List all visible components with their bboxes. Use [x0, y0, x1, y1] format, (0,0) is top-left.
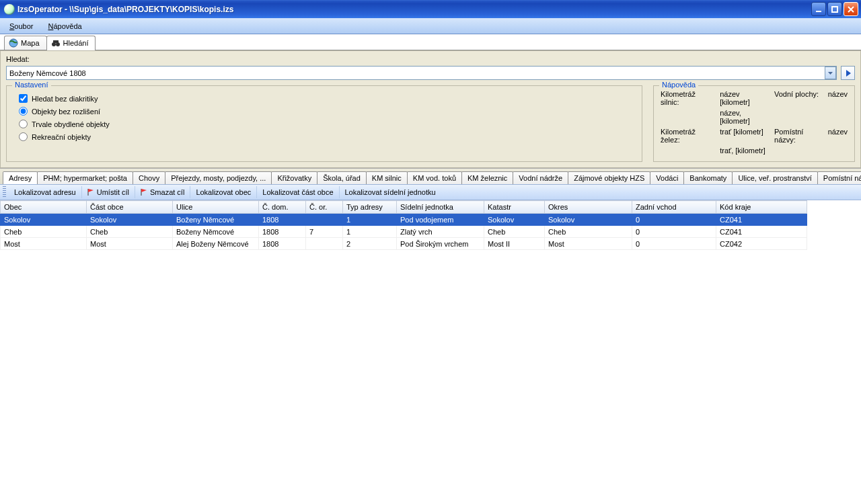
cell-obec: Sokolov — [1, 214, 87, 226]
col-cor[interactable]: Č. or. — [306, 201, 343, 214]
col-sid[interactable]: Sídelní jednotka — [397, 201, 484, 214]
col-cast[interactable]: Část obce — [87, 201, 173, 214]
tab-chovy[interactable]: Chovy — [133, 171, 165, 184]
cell-typ: 1 — [343, 226, 397, 238]
top-tab-strip: Mapa Hledání — [0, 34, 861, 50]
radio-tob-input[interactable] — [19, 120, 28, 128]
radio-reo-label: Rekreační objekty — [32, 133, 91, 141]
flag-icon — [87, 189, 94, 196]
tab-zajmove[interactable]: Zájmové objekty HZS — [568, 171, 650, 184]
cell-sid: Zlatý vrch — [397, 226, 484, 238]
close-button[interactable] — [844, 2, 858, 16]
menubar: Soubor Nápověda — [0, 18, 861, 34]
col-kod[interactable]: Kód kraje — [716, 201, 807, 214]
tab-km-zelez[interactable]: KM železnic — [461, 171, 513, 184]
cell-okr: Sokolov — [545, 214, 632, 226]
btn-lokalizovat-adresu[interactable]: Lokalizovat adresu — [9, 186, 82, 198]
col-ulice[interactable]: Ulice — [173, 201, 259, 214]
tab-ulice[interactable]: Ulice, veř. prostranství — [732, 171, 817, 184]
tab-phm[interactable]: PHM; hypermarket; pošta — [37, 171, 133, 184]
fieldset-napoveda: Nápověda Kilometráž silnic: název [kilom… — [653, 85, 855, 162]
checkbox-hbd-input[interactable] — [19, 94, 28, 103]
radio-rekreacni[interactable]: Rekreační objekty — [19, 132, 635, 141]
hint-l6b: trať, [kilometr] — [720, 146, 769, 155]
search-dropdown-button[interactable] — [825, 67, 836, 79]
btn-lokalizovat-obec[interactable]: Lokalizovat obec — [190, 186, 257, 198]
tab-km-silnic[interactable]: KM silnic — [366, 171, 408, 184]
menu-napoveda-label: ápověda — [53, 22, 81, 30]
minimize-button[interactable] — [811, 2, 826, 16]
btn-loko-label: Lokalizovat obec — [196, 188, 251, 196]
hint-l2a: Vodní plochy: — [774, 90, 823, 106]
col-cdom[interactable]: Č. dom. — [259, 201, 306, 214]
checkbox-hledat-bez-diakritiky[interactable]: Hledat bez diakritiky — [19, 94, 635, 103]
col-kat[interactable]: Katastr — [484, 201, 545, 214]
menu-napoveda[interactable]: Nápověda — [42, 20, 87, 32]
tab-mapa[interactable]: Mapa — [4, 36, 47, 50]
tab-vodaci[interactable]: Vodáci — [650, 171, 684, 184]
hint-l5b: název — [828, 128, 848, 144]
col-okr[interactable]: Okres — [545, 201, 632, 214]
radio-obr-input[interactable] — [19, 107, 28, 116]
cell-typ: 2 — [343, 238, 397, 250]
col-typ[interactable]: Typ adresy — [343, 201, 397, 214]
result-tab-strip: Adresy PHM; hypermarket; pošta Chovy Pře… — [0, 168, 861, 184]
search-combobox[interactable] — [6, 66, 837, 80]
cell-sid: Pod vodojemem — [397, 214, 484, 226]
cell-kat: Most II — [484, 238, 545, 250]
play-icon — [846, 70, 851, 77]
tab-vodni-nadrze[interactable]: Vodní nádrže — [513, 171, 568, 184]
cell-cast: Sokolov — [87, 214, 173, 226]
results-table: Obec Část obce Ulice Č. dom. Č. or. Typ … — [0, 200, 807, 250]
tab-skola[interactable]: Škola, úřad — [317, 171, 367, 184]
btn-lokj-label: Lokalizovat sídelní jednotku — [345, 188, 436, 196]
btn-umistit-cil[interactable]: Umístit cíl — [82, 186, 135, 198]
btn-umis-label: Umístit cíl — [97, 188, 129, 196]
cell-typ: 1 — [343, 214, 397, 226]
cell-cdom: 1808 — [259, 238, 306, 250]
table-row[interactable]: MostMostAlej Boženy Němcové18082Pod Širo… — [1, 238, 807, 250]
btn-lokc-label: Lokalizovat část obce — [262, 188, 333, 196]
app-icon — [4, 4, 15, 15]
tab-hledani[interactable]: Hledání — [46, 36, 96, 50]
hint-l6a — [661, 146, 714, 155]
menu-soubor-label: oubor — [14, 22, 33, 30]
tab-prejezdy[interactable]: Přejezdy, mosty, podjezdy, ... — [165, 171, 272, 184]
table-row[interactable]: SokolovSokolovBoženy Němcové18081Pod vod… — [1, 214, 807, 226]
maximize-button[interactable] — [827, 2, 842, 16]
cell-cor — [306, 238, 343, 250]
tab-krizovatky[interactable]: Křižovatky — [271, 171, 317, 184]
cell-okr: Cheb — [545, 226, 632, 238]
fieldset-nastaveni: Nastavení Hledat bez diakritiky Objekty … — [6, 85, 642, 162]
btn-lokalizovat-jednotku[interactable]: Lokalizovat sídelní jednotku — [340, 186, 441, 198]
cell-cast: Cheb — [87, 226, 173, 238]
cell-kat: Cheb — [484, 226, 545, 238]
svg-rect-0 — [832, 7, 837, 12]
titlebar: IzsOperator - \\Sup\gis_data\PROJEKTY\KO… — [0, 0, 861, 18]
col-zad[interactable]: Zadní vchod — [632, 201, 716, 214]
table-row[interactable]: ChebChebBoženy Němcové180871Zlatý vrchCh… — [1, 226, 807, 238]
radio-objekty-bez-rozliseni[interactable]: Objekty bez rozlišení — [19, 107, 635, 116]
cell-cor — [306, 214, 343, 226]
btn-smaz-label: Smazat cíl — [150, 188, 184, 196]
search-label: Hledat: — [6, 55, 855, 63]
cell-cast: Most — [87, 238, 173, 250]
svg-rect-4 — [53, 40, 59, 43]
tab-adresy[interactable]: Adresy — [3, 171, 38, 184]
btn-lokalizovat-cast[interactable]: Lokalizovat část obce — [257, 186, 339, 198]
col-obec[interactable]: Obec — [1, 201, 87, 214]
btn-smazat-cil[interactable]: Smazat cíl — [135, 186, 190, 198]
radio-reo-input[interactable] — [19, 132, 28, 141]
tab-bankomaty[interactable]: Bankomaty — [683, 171, 733, 184]
tab-km-vod[interactable]: KM vod. toků — [407, 171, 462, 184]
search-go-button[interactable] — [841, 66, 855, 80]
toolbar-grip[interactable] — [3, 186, 6, 198]
menu-soubor[interactable]: Soubor — [4, 20, 38, 32]
table-header-row: Obec Část obce Ulice Č. dom. Č. or. Typ … — [1, 201, 807, 214]
tab-pomistni[interactable]: Pomístní názvy — [817, 171, 861, 184]
radio-trvale-obydlene[interactable]: Trvale obydlené objekty — [19, 120, 635, 128]
globe-icon — [9, 38, 18, 48]
cell-zad: 0 — [632, 238, 716, 250]
search-input[interactable] — [7, 67, 825, 79]
cell-cdom: 1808 — [259, 214, 306, 226]
